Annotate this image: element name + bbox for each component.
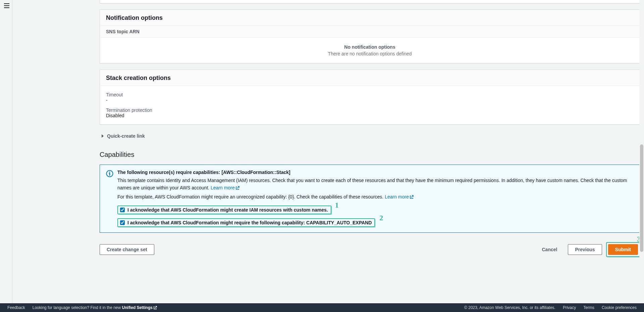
ack-iam-label[interactable]: I acknowledge that AWS CloudFormation mi… (127, 207, 328, 213)
termination-protection-label: Termination protection (106, 107, 634, 113)
previous-button[interactable]: Previous (568, 244, 602, 255)
expander-label: Quick-create link (107, 133, 145, 139)
info-title: The following resource(s) require capabi… (117, 170, 634, 175)
panel-title: Stack creation options (106, 75, 634, 82)
annotation-2: 2 (379, 214, 383, 222)
timeout-label: Timeout (106, 92, 634, 97)
wizard-button-row: Create change set Cancel Previous 3 Subm… (100, 242, 640, 270)
cancel-button[interactable]: Cancel (535, 244, 564, 255)
external-link-icon (235, 186, 239, 190)
external-link-icon (410, 195, 414, 199)
learn-more-link-1[interactable]: Learn more (211, 185, 239, 190)
privacy-link[interactable]: Privacy (563, 305, 576, 310)
info-icon (106, 170, 113, 227)
ack-auto-expand-row: I acknowledge that AWS CloudFormation mi… (117, 218, 375, 227)
menu-toggle-icon[interactable] (4, 3, 9, 9)
sidebar-divider (12, 0, 12, 312)
svg-point-1 (109, 172, 110, 173)
ack-auto-expand-checkbox[interactable] (120, 220, 125, 225)
empty-title: No notification options (106, 44, 634, 50)
previous-panel-edge (100, 0, 640, 3)
caret-right-icon (101, 133, 104, 139)
info-text-2: For this template, AWS CloudFormation mi… (117, 193, 634, 201)
ack-iam-row: I acknowledge that AWS CloudFormation mi… (117, 206, 331, 214)
console-footer: Feedback Looking for language selection?… (0, 303, 644, 312)
unified-settings-link[interactable]: Unified Settings (122, 305, 157, 310)
stack-creation-options-panel: Stack creation options Timeout - Termina… (100, 70, 640, 125)
sns-topic-arn-header: SNS topic ARN (100, 26, 640, 37)
svg-rect-3 (109, 173, 110, 174)
copyright-text: © 2023, Amazon Web Services, Inc. or its… (464, 305, 555, 310)
quick-create-link-expander[interactable]: Quick-create link (100, 130, 640, 142)
submit-highlight: 3 Submit (606, 242, 640, 257)
submit-button[interactable]: Submit (608, 244, 638, 255)
learn-more-link-2[interactable]: Learn more (385, 194, 414, 199)
terms-link[interactable]: Terms (583, 305, 594, 310)
info-text-1: This template contains Identity and Acce… (117, 177, 634, 191)
external-link-icon (153, 306, 157, 310)
ack-auto-expand-label[interactable]: I acknowledge that AWS CloudFormation mi… (127, 220, 372, 225)
feedback-link[interactable]: Feedback (7, 305, 25, 310)
empty-subtitle: There are no notification options define… (106, 51, 634, 56)
capabilities-info-box: The following resource(s) require capabi… (100, 165, 640, 233)
capabilities-heading: Capabilities (100, 151, 640, 159)
panel-title: Notification options (106, 14, 634, 21)
ack-iam-checkbox[interactable] (120, 208, 125, 212)
annotation-1: 1 (335, 201, 339, 210)
scrollbar-thumb[interactable] (640, 144, 643, 252)
create-change-set-button[interactable]: Create change set (100, 244, 154, 255)
timeout-value: - (106, 97, 634, 103)
language-prompt: Looking for language selection? Find it … (33, 305, 157, 310)
termination-protection-value: Disabled (106, 113, 634, 118)
cookie-preferences-link[interactable]: Cookie preferences (602, 305, 637, 310)
notification-options-panel: Notification options SNS topic ARN No no… (100, 9, 640, 63)
